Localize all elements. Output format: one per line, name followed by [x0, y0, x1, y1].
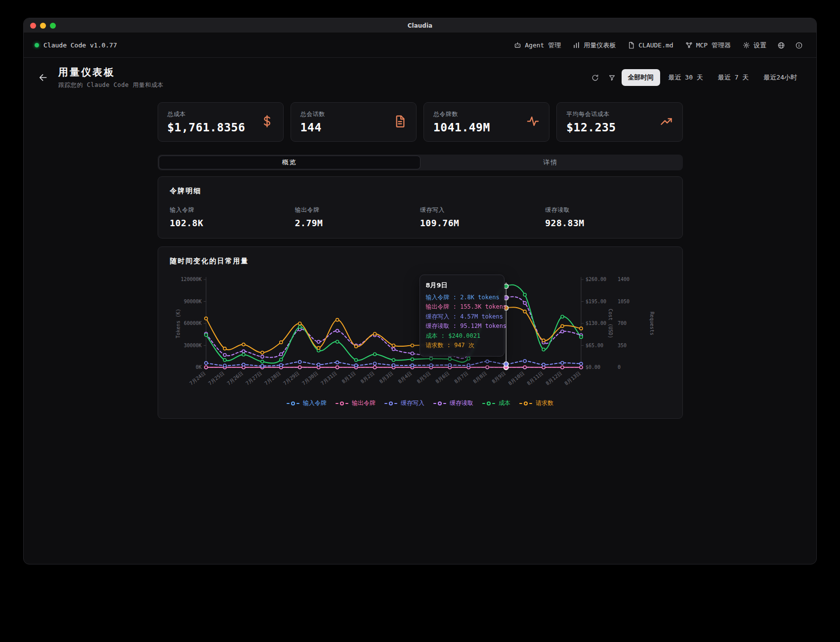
stat-value: 1041.49M [433, 121, 490, 134]
legend-swatch-icon [529, 403, 532, 404]
filter-last-7-days[interactable]: 最近 7 天 [712, 69, 755, 86]
svg-text:60000K: 60000K [183, 321, 201, 326]
activity-icon [526, 115, 540, 130]
page-header: 用量仪表板 跟踪您的 Claude Code 用量和成本 全部时间 最近 30 … [24, 58, 816, 96]
svg-text:700: 700 [618, 321, 627, 326]
svg-text:90000K: 90000K [183, 299, 201, 304]
token-label: 输入令牌 [170, 206, 295, 214]
nav-claude-md[interactable]: CLAUDE.md [622, 38, 678, 52]
stat-label: 总令牌数 [433, 110, 490, 119]
svg-text:8月4日: 8月4日 [397, 370, 413, 384]
svg-text:8月10日: 8月10日 [507, 370, 525, 386]
nav-label: 设置 [754, 41, 766, 50]
top-nav: Agent 管理 用量仪表板 CLAUDE.md MCP 管理器 设置 [508, 38, 807, 53]
stat-label: 总会话数 [300, 110, 325, 119]
legend-label: 输出令牌 [352, 399, 376, 407]
legend-item-cost[interactable]: 成本 [482, 399, 510, 407]
minimize-window-button[interactable] [40, 23, 46, 29]
trend-up-icon [660, 115, 673, 130]
nav-agent-manager[interactable]: Agent 管理 [508, 38, 566, 53]
svg-text:8月13日: 8月13日 [563, 370, 582, 386]
filter-last-24-hours[interactable]: 最近24小时 [757, 69, 803, 86]
svg-text:1400: 1400 [618, 277, 630, 282]
filter-last-30-days[interactable]: 最近 30 天 [662, 69, 710, 86]
token-value: 928.83M [545, 218, 670, 228]
token-value: 102.8K [170, 218, 295, 228]
close-window-button[interactable] [30, 23, 36, 29]
tab-overview[interactable]: 概览 [159, 156, 420, 169]
svg-text:120000K: 120000K [180, 277, 201, 282]
svg-text:7月28日: 7月28日 [263, 370, 282, 386]
svg-text:7月26日: 7月26日 [226, 370, 244, 386]
legend-swatch-icon [287, 403, 290, 404]
legend-label: 请求数 [536, 399, 553, 407]
nav-label: CLAUDE.md [638, 41, 673, 49]
chart-legend: 输入令牌 输出令牌 缓存写入 缓存读取 [170, 399, 671, 407]
maximize-window-button[interactable] [50, 23, 56, 29]
svg-text:8月3日: 8月3日 [378, 370, 394, 384]
legend-swatch-icon [443, 403, 446, 404]
traffic-lights [30, 18, 56, 33]
legend-item-requests[interactable]: 请求数 [519, 399, 553, 407]
legend-swatch-icon [519, 403, 522, 404]
stat-cards: 总成本 $1,761.8356 总会话数 144 [158, 102, 683, 142]
svg-text:8月5日: 8月5日 [416, 370, 431, 384]
svg-text:8月12日: 8月12日 [545, 370, 563, 386]
window-title: Claudia [408, 22, 432, 29]
stat-value: 144 [300, 121, 325, 134]
nav-usage-dashboard[interactable]: 用量仪表板 [567, 38, 621, 53]
refresh-icon [591, 74, 599, 81]
legend-swatch-icon [384, 403, 387, 404]
filter-button[interactable] [605, 70, 620, 85]
nav-label: 用量仪表板 [584, 41, 616, 50]
stat-card-avg-cost-per-session: 平均每会话成本 $12.235 [556, 102, 682, 142]
svg-text:7月31日: 7月31日 [320, 370, 338, 386]
titlebar: Claudia [24, 18, 816, 33]
stat-value: $1,761.8356 [168, 121, 246, 134]
network-icon [685, 41, 693, 49]
svg-text:7月30日: 7月30日 [301, 370, 319, 386]
token-label: 缓存写入 [420, 206, 545, 214]
refresh-button[interactable] [588, 70, 603, 85]
filter-all-time[interactable]: 全部时间 [622, 69, 660, 86]
daily-usage-panel: 随时间变化的日常用量 0K30000K60000K90000K120000K$0… [158, 246, 683, 419]
language-globe-button[interactable] [773, 38, 790, 53]
app-header: Claude Code v1.0.77 Agent 管理 用量仪表板 CLAUD… [24, 33, 816, 58]
svg-text:Requests: Requests [649, 312, 655, 335]
app-version: Claude Code v1.0.77 [43, 41, 117, 49]
view-tabs: 概览 详情 [158, 155, 683, 170]
legend-swatch-icon [492, 403, 495, 404]
legend-item-cache-write[interactable]: 缓存写入 [384, 399, 424, 407]
svg-text:$130.00: $130.00 [586, 321, 606, 326]
document-icon [393, 115, 407, 130]
legend-dot-icon [438, 401, 442, 405]
stat-card-total-sessions: 总会话数 144 [291, 102, 417, 142]
legend-item-input-tokens[interactable]: 输入令牌 [287, 399, 327, 407]
dollar-icon [260, 115, 274, 130]
legend-swatch-icon [482, 403, 485, 404]
legend-item-cache-read[interactable]: 缓存读取 [433, 399, 473, 407]
legend-dot-icon [524, 401, 528, 405]
legend-label: 输入令牌 [303, 399, 327, 407]
page-subtitle: 跟踪您的 Claude Code 用量和成本 [58, 81, 164, 89]
token-breakdown-panel: 令牌明细 输入令牌 102.8K 输出令牌 2.79M 缓存写入 109.76M [158, 176, 683, 239]
legend-swatch-icon [433, 403, 436, 404]
legend-dot-icon [340, 401, 344, 405]
svg-text:Tokens (K): Tokens (K) [175, 309, 181, 338]
svg-text:$195.00: $195.00 [586, 299, 606, 304]
stat-card-total-tokens: 总令牌数 1041.49M [423, 102, 549, 142]
token-value: 2.79M [295, 218, 420, 228]
app-status: Claude Code v1.0.77 [35, 41, 117, 49]
legend-label: 成本 [499, 399, 510, 407]
legend-item-output-tokens[interactable]: 输出令牌 [336, 399, 376, 407]
status-dot-icon [35, 43, 39, 47]
nav-settings[interactable]: 设置 [737, 38, 772, 53]
tab-details[interactable]: 详情 [420, 156, 681, 169]
back-button[interactable] [37, 71, 49, 84]
nav-mcp-manager[interactable]: MCP 管理器 [680, 38, 736, 53]
usage-chart[interactable]: 0K30000K60000K90000K120000K$0.00$65.00$1… [170, 274, 672, 396]
info-button[interactable] [791, 38, 807, 53]
legend-swatch-icon [394, 403, 397, 404]
legend-swatch-icon [296, 403, 299, 404]
token-label: 缓存读取 [545, 206, 670, 214]
